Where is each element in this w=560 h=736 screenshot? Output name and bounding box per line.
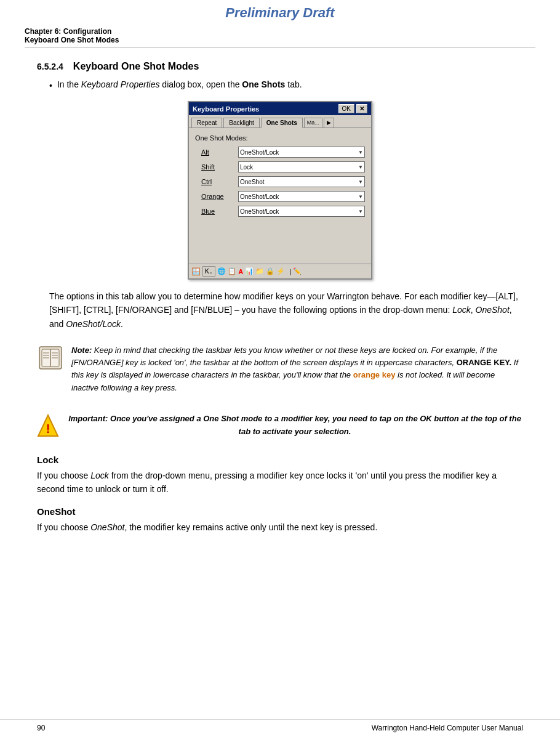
dialog-box: Keyboard Properties OK ✕ Repeat Backligh… — [188, 101, 372, 280]
key-row-shift: Shift Lock ▼ — [195, 161, 365, 172]
note-text-content: Note: Keep in mind that checking the tas… — [71, 344, 523, 394]
lock-text: Lock — [452, 305, 471, 315]
svg-text:!: ! — [46, 422, 50, 435]
taskbar-icon5: 📊 — [245, 267, 254, 275]
taskbar-icon7: 🔒 — [266, 267, 274, 275]
warning-triangle-icon: ! — [37, 413, 59, 440]
orange-key-label: orange key — [353, 370, 396, 379]
key-label-shift: Shift — [201, 163, 238, 171]
warning-icon: ! — [37, 413, 59, 440]
key-select-orange[interactable]: OneShot/Lock ▼ — [238, 191, 365, 202]
tab-more[interactable]: Ma... — [304, 118, 322, 127]
dialog-title: Keyboard Properties — [193, 105, 259, 113]
key-label-orange: Orange — [201, 193, 238, 200]
orange-key-bold: ORANGE KEY. — [457, 358, 512, 367]
dialog-tabs: Repeat Backlight One Shots Ma... ▶ — [189, 115, 371, 127]
taskbar-separator: | — [289, 268, 291, 275]
taskbar-icon4: A — [238, 268, 243, 275]
keyboard-properties-text: Keyboard Properties — [81, 79, 160, 89]
one-shots-text: One Shots — [242, 79, 285, 89]
tab-backlight[interactable]: Backlight — [223, 118, 260, 127]
taskbar-start-icon: 🪟 — [191, 267, 201, 276]
important-box: ! Important: Once you've assigned a One … — [37, 408, 523, 445]
main-content: 6.5.2.4 Keyboard One Shot Modes • In the… — [0, 51, 560, 554]
note-icon — [37, 344, 64, 371]
bullet-item: • In the Keyboard Properties dialog box,… — [49, 78, 523, 92]
key-select-blue[interactable]: OneShot/Lock ▼ — [238, 206, 365, 217]
section-number: 6.5.2.4 — [37, 62, 63, 71]
page-title: Preliminary Draft — [225, 5, 334, 20]
chapter-line1: Chapter 6: Configuration — [25, 27, 535, 36]
dialog-titlebar-buttons: OK ✕ — [338, 104, 367, 113]
body-text-paragraph: The options in this tab allow you to det… — [49, 289, 523, 331]
oneshot-subsection-title: OneShot — [37, 506, 523, 517]
tab-oneshots[interactable]: One Shots — [261, 118, 303, 128]
key-select-alt-arrow: ▼ — [358, 150, 363, 155]
important-body: Once you've assigned a One Shot mode to … — [110, 414, 521, 436]
oneshot-text: OneShot — [476, 305, 510, 315]
key-select-blue-value: OneShot/Lock — [240, 208, 279, 215]
key-select-ctrl-value: OneShot — [240, 179, 264, 185]
key-select-orange-value: OneShot/Lock — [240, 193, 279, 200]
taskbar-icon2: 🌐 — [217, 267, 226, 275]
key-select-orange-arrow: ▼ — [358, 194, 363, 200]
page-footer: 90 Warrington Hand-Held Computer User Ma… — [0, 719, 560, 736]
note-box: Note: Keep in mind that checking the tas… — [37, 339, 523, 399]
taskbar-icon6: 📁 — [255, 267, 264, 275]
important-text-content: Important: Once you've assigned a One Sh… — [66, 413, 523, 439]
key-select-ctrl-arrow: ▼ — [358, 179, 363, 185]
dialog-close-button[interactable]: ✕ — [356, 104, 367, 113]
key-select-shift-value: Lock — [240, 164, 253, 171]
dialog-container: Keyboard Properties OK ✕ Repeat Backligh… — [37, 101, 523, 280]
lock-subsection-body: If you choose Lock from the drop-down me… — [37, 469, 523, 496]
chapter-header: Chapter 6: Configuration Keyboard One Sh… — [0, 23, 560, 47]
section-title: Keyboard One Shot Modes — [73, 61, 199, 72]
dialog-titlebar: Keyboard Properties OK ✕ — [189, 102, 371, 115]
key-label-ctrl: Ctrl — [201, 178, 238, 185]
footer-page-number: 90 — [37, 724, 45, 732]
tab-arrow[interactable]: ▶ — [324, 118, 334, 127]
taskbar-pencil-icon: ✏️ — [293, 267, 302, 275]
bullet-text: In the Keyboard Properties dialog box, o… — [57, 78, 302, 92]
oneshot-italic: OneShot — [90, 522, 124, 532]
taskbar-icon1: K. — [202, 266, 215, 277]
key-row-blue: Blue OneShot/Lock ▼ — [195, 206, 365, 217]
key-row-ctrl: Ctrl OneShot ▼ — [195, 176, 365, 187]
bullet-dot: • — [49, 79, 52, 92]
chapter-line2: Keyboard One Shot Modes — [25, 36, 535, 44]
key-label-alt: Alt — [201, 148, 238, 156]
dialog-empty-space — [195, 220, 365, 257]
key-select-shift-arrow: ▼ — [358, 164, 363, 170]
page-header: Preliminary Draft — [0, 0, 560, 23]
book-icon — [37, 344, 64, 371]
key-select-blue-arrow: ▼ — [358, 209, 363, 214]
lock-subsection-title: Lock — [37, 455, 523, 465]
oneshot-subsection-body: If you choose OneShot, the modifier key … — [37, 520, 523, 534]
taskbar-icon3: 📋 — [228, 267, 236, 275]
section-heading: 6.5.2.4 Keyboard One Shot Modes — [37, 61, 523, 72]
note-body: Keep in mind that checking the taskbar l… — [71, 346, 518, 392]
important-label: Important: — [68, 414, 108, 423]
key-select-shift[interactable]: Lock ▼ — [238, 161, 365, 172]
taskbar-icon8: ⚡ — [276, 267, 285, 275]
oneshotlock-text: OneShot/Lock — [66, 319, 121, 329]
key-row-alt: Alt OneShot/Lock ▼ — [195, 147, 365, 158]
dialog-ok-button[interactable]: OK — [338, 104, 354, 113]
dialog-content: One Shot Modes: Alt OneShot/Lock ▼ Shift… — [189, 127, 371, 264]
footer-text: Warrington Hand-Held Computer User Manua… — [372, 724, 523, 732]
key-row-orange: Orange OneShot/Lock ▼ — [195, 191, 365, 202]
key-select-alt[interactable]: OneShot/Lock ▼ — [238, 147, 365, 158]
dialog-taskbar: 🪟 K. 🌐 📋 A 📊 📁 🔒 ⚡ | ✏️ — [189, 264, 371, 278]
lock-italic: Lock — [90, 471, 109, 480]
dialog-section-label: One Shot Modes: — [195, 134, 365, 142]
key-select-ctrl[interactable]: OneShot ▼ — [238, 176, 365, 187]
note-label: Note: — [71, 346, 92, 355]
key-select-alt-value: OneShot/Lock — [240, 149, 279, 156]
key-label-blue: Blue — [201, 208, 238, 215]
tab-repeat[interactable]: Repeat — [191, 118, 222, 127]
